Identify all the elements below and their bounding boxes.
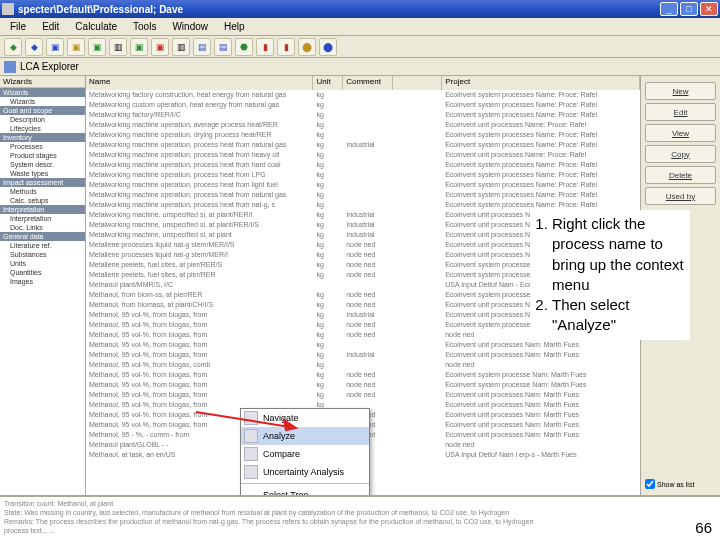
minimize-button[interactable]: _ [660,2,678,16]
toolbar-btn[interactable]: ⬤ [319,38,337,56]
toolbar-btn[interactable]: ◆ [25,38,43,56]
sidebar-item[interactable]: Waste types [0,169,85,178]
toolbar-btn[interactable]: ▣ [130,38,148,56]
toolbar-btn[interactable]: ◆ [4,38,22,56]
sidebar-item[interactable]: Images [0,277,85,286]
context-menu-item[interactable]: Navigate [241,409,369,427]
btn-new[interactable]: New [645,82,716,100]
table-row[interactable]: Metalworking machine operation, process … [86,200,640,210]
menu-tools[interactable]: Tools [127,19,162,34]
sidebar-item[interactable]: System descr. [0,160,85,169]
toolbar-btn[interactable]: ▤ [193,38,211,56]
table-row[interactable]: Metalworking machine operation, process … [86,180,640,190]
maximize-button[interactable]: □ [680,2,698,16]
context-menu[interactable]: NavigateAnalyzeCompareUncertainty Analys… [240,408,370,495]
toolbar-btn[interactable]: ▮ [256,38,274,56]
explorer-title: LCA Explorer [20,61,79,72]
sidebar-category[interactable]: Goal and scope [0,106,85,115]
table-row[interactable]: Metalworking machine operation, process … [86,150,640,160]
menu-calculate[interactable]: Calculate [69,19,123,34]
toolbar-btn[interactable]: ▥ [172,38,190,56]
table-row[interactable]: Metalworking custom operation, heat ener… [86,100,640,110]
sidebar-item[interactable]: Wizards [0,97,85,106]
toolbar-btn[interactable]: ▣ [88,38,106,56]
table-row[interactable]: Metalworking machine operation, drying p… [86,130,640,140]
context-menu-item[interactable]: Select Tree [241,486,369,495]
sidebar-item[interactable]: Interpretation [0,214,85,223]
sidebar-category[interactable]: Inventory [0,133,85,142]
grid-header: Name Unit Comment Project [86,76,640,90]
toolbar-btn[interactable]: ▤ [214,38,232,56]
toolbar-btn[interactable]: ▣ [67,38,85,56]
col-project: Project [442,76,640,90]
menu-icon [244,447,258,461]
btn-copy[interactable]: Copy [645,145,716,163]
toolbar-btn[interactable]: ▣ [151,38,169,56]
table-row[interactable]: Methanol, 95 vol-%, from biogas, fromkgE… [86,340,640,350]
menu-icon [244,465,258,479]
sidebar-item[interactable]: Lifecycles [0,124,85,133]
table-row[interactable]: Metalworking factory construction, heat … [86,90,640,100]
sidebar-item[interactable]: Literature ref. [0,241,85,250]
sidebar-category[interactable]: Interpretation [0,205,85,214]
table-row[interactable]: Metalworking machine operation, process … [86,190,640,200]
col-comment: Comment [343,76,393,90]
menu-icon [244,429,258,443]
sidebar-item[interactable]: Substances [0,250,85,259]
table-row[interactable]: Metalworking machine operation, process … [86,160,640,170]
context-menu-item[interactable]: Analyze [241,427,369,445]
table-row[interactable]: Metalworking machine operation, process … [86,170,640,180]
sidebar-item[interactable]: Calc. setups [0,196,85,205]
sidebar-item[interactable]: Methods [0,187,85,196]
title-bar: specter\Default\Professional; Dave _ □ ✕ [0,0,720,18]
sidebar-category[interactable]: General data [0,232,85,241]
toolbar-btn[interactable]: ▣ [46,38,64,56]
col-unit: Unit [313,76,343,90]
table-row[interactable]: Methanol, 95 vol-%, from biogas, fromkgI… [86,350,640,360]
btn-view[interactable]: View [645,124,716,142]
sidebar-category[interactable]: Wizards [0,88,85,97]
toolbar-btn[interactable]: ▮ [277,38,295,56]
menu-edit[interactable]: Edit [36,19,65,34]
btn-usedby[interactable]: Used by [645,187,716,205]
app-icon [2,3,14,15]
btn-edit[interactable]: Edit [645,103,716,121]
context-menu-item[interactable]: Uncertainty Analysis [241,463,369,481]
sidebar-item[interactable]: Processes [0,142,85,151]
toolbar: ◆ ◆ ▣ ▣ ▣ ▥ ▣ ▣ ▥ ▤ ▤ ⬣ ▮ ▮ ⬤ ⬤ [0,36,720,58]
table-row[interactable]: Metalworking machine operation, process … [86,140,640,150]
show-as-list-check[interactable]: Show as list [645,479,716,489]
menu-help[interactable]: Help [218,19,251,34]
menu-icon [244,411,258,425]
toolbar-btn[interactable]: ⬣ [235,38,253,56]
instruction-overlay: Right click the process name to bring up… [530,210,690,340]
menu-file[interactable]: File [4,19,32,34]
sidebar-item[interactable]: Description [0,115,85,124]
sidebar-item[interactable]: Doc. Links [0,223,85,232]
col-name: Name [86,76,313,90]
footer-description: Transition count: Methanol, at plantStat… [0,496,720,538]
table-row[interactable]: Methanol, 95 vol-%, from biogas, fromkgn… [86,390,640,400]
table-row[interactable]: Methanol, 95 vol-%, from biogas, combkgn… [86,360,640,370]
explorer-icon [4,61,16,73]
sidebar: Wizards WizardsWizardsGoal and scopeDesc… [0,76,86,495]
sidebar-item[interactable]: Units [0,259,85,268]
col-blank [393,76,443,90]
sidebar-category[interactable]: Impact assessment [0,178,85,187]
context-menu-item[interactable]: Compare [241,445,369,463]
menu-window[interactable]: Window [166,19,214,34]
menu-bar: File Edit Calculate Tools Window Help [0,18,720,36]
close-button[interactable]: ✕ [700,2,718,16]
table-row[interactable]: Methanol, 95 vol-%, from biogas, fromkgn… [86,380,640,390]
table-row[interactable]: Metalworking machine operation, average … [86,120,640,130]
toolbar-btn[interactable]: ▥ [109,38,127,56]
window-title: specter\Default\Professional; Dave [18,4,660,15]
toolbar-btn[interactable]: ⬤ [298,38,316,56]
sidebar-header: Wizards [0,76,85,88]
sidebar-item[interactable]: Product stages [0,151,85,160]
table-row[interactable]: Methanol, 95 vol-%, from biogas, fromkgn… [86,370,640,380]
page-number: 66 [695,519,712,536]
table-row[interactable]: Metalworking factory/RER/I/CkgEcoinvent … [86,110,640,120]
sidebar-item[interactable]: Quantities [0,268,85,277]
btn-delete[interactable]: Delete [645,166,716,184]
